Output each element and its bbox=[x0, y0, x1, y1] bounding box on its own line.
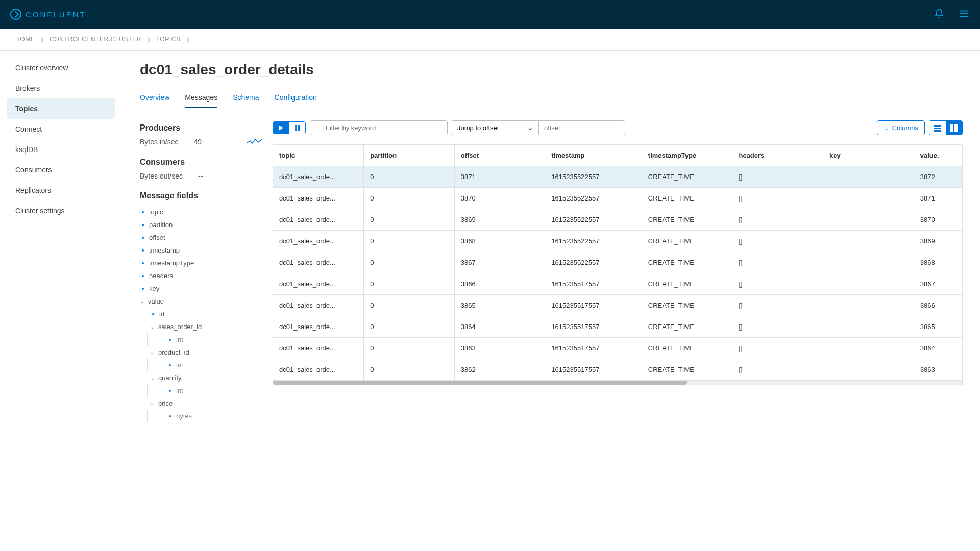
cell-timestampType: CREATE_TIME bbox=[642, 231, 732, 252]
table-row[interactable]: dc01_sales_orde...038661615235517557CREA… bbox=[273, 273, 962, 295]
table-row[interactable]: dc01_sales_orde...038691615235522557CREA… bbox=[273, 209, 962, 231]
field-item[interactable]: partition bbox=[140, 218, 273, 231]
producers-title: Producers bbox=[140, 123, 273, 133]
confluent-logo-icon bbox=[10, 9, 21, 20]
cell-offset: 3869 bbox=[454, 209, 545, 231]
fields-title: Message fields bbox=[140, 191, 273, 201]
offset-input[interactable] bbox=[538, 120, 625, 135]
breadcrumb-item[interactable]: CONTROLCENTER.CLUSTER bbox=[50, 36, 141, 43]
cell-topic: dc01_sales_orde... bbox=[273, 359, 364, 381]
field-item[interactable]: id bbox=[140, 308, 273, 320]
cell-timestamp: 1615235522557 bbox=[545, 252, 642, 273]
field-type: int bbox=[147, 384, 273, 397]
field-item[interactable]: headers bbox=[140, 269, 273, 282]
tab-overview[interactable]: Overview bbox=[140, 88, 169, 108]
cell-partition: 0 bbox=[364, 338, 455, 359]
field-item[interactable]: key bbox=[140, 282, 273, 295]
svg-rect-11 bbox=[950, 124, 953, 132]
chevron-right-icon: ❯ bbox=[186, 37, 190, 42]
cell-value: 3872 bbox=[914, 166, 962, 188]
jump-select[interactable]: Jump to offset bbox=[452, 120, 538, 135]
column-header[interactable]: topic bbox=[273, 145, 364, 166]
breadcrumb: HOME❯ CONTROLCENTER.CLUSTER❯ TOPICS❯ bbox=[0, 29, 980, 51]
table-row[interactable]: dc01_sales_orde...038681615235522557CREA… bbox=[273, 231, 962, 252]
column-header[interactable]: timestamp bbox=[545, 145, 642, 166]
view-list-button[interactable] bbox=[929, 121, 946, 135]
chevron-right-icon: ❯ bbox=[146, 37, 151, 42]
menu-icon[interactable] bbox=[959, 8, 970, 21]
view-split-button[interactable] bbox=[946, 121, 962, 135]
table-row[interactable]: dc01_sales_orde...038651615235517557CREA… bbox=[273, 295, 962, 316]
cell-timestamp: 1615235522557 bbox=[545, 209, 642, 231]
cell-headers: [] bbox=[732, 338, 823, 359]
cell-key bbox=[823, 231, 914, 252]
horizontal-scrollbar[interactable] bbox=[273, 381, 962, 385]
column-header[interactable]: timestampType bbox=[642, 145, 732, 166]
filter-input[interactable] bbox=[310, 120, 448, 135]
cell-topic: dc01_sales_orde... bbox=[273, 273, 364, 295]
column-header[interactable]: headers bbox=[732, 145, 823, 166]
cell-key bbox=[823, 273, 914, 295]
tab-schema[interactable]: Schema bbox=[233, 88, 259, 108]
cell-offset: 3871 bbox=[454, 166, 545, 188]
sparkline-icon bbox=[247, 138, 262, 146]
column-header[interactable]: value. bbox=[914, 145, 962, 166]
table-row[interactable]: dc01_sales_orde...038641615235517557CREA… bbox=[273, 316, 962, 338]
main-content: dc01_sales_order_details OverviewMessage… bbox=[122, 51, 980, 548]
sidebar-item-cluster-settings[interactable]: Cluster settings bbox=[0, 201, 122, 221]
column-header[interactable]: key bbox=[823, 145, 914, 166]
table-row[interactable]: dc01_sales_orde...038701615235522557CREA… bbox=[273, 188, 962, 209]
chevron-down-icon: ⌄ bbox=[140, 298, 144, 304]
field-item[interactable]: ⌄value bbox=[140, 295, 273, 308]
breadcrumb-item[interactable]: TOPICS bbox=[156, 36, 181, 43]
field-item[interactable]: ⌄price bbox=[140, 397, 273, 410]
sidebar-item-cluster-overview[interactable]: Cluster overview bbox=[0, 58, 122, 78]
breadcrumb-item[interactable]: HOME bbox=[15, 36, 35, 43]
field-item[interactable]: offset bbox=[140, 231, 273, 244]
chevron-down-icon: ⌄ bbox=[150, 375, 154, 381]
cell-value: 3868 bbox=[914, 252, 962, 273]
bell-icon[interactable] bbox=[934, 9, 944, 20]
cell-headers: [] bbox=[732, 209, 823, 231]
cell-headers: [] bbox=[732, 273, 823, 295]
sidebar-item-topics[interactable]: Topics bbox=[7, 98, 115, 119]
sidebar-item-consumers[interactable]: Consumers bbox=[0, 160, 122, 180]
cell-partition: 0 bbox=[364, 209, 455, 231]
field-type: int bbox=[147, 359, 273, 371]
chevron-down-icon: ⌄ bbox=[150, 349, 154, 355]
table-row[interactable]: dc01_sales_orde...038711615235522557CREA… bbox=[273, 166, 962, 188]
columns-button[interactable]: ⌄ Columns bbox=[877, 120, 925, 135]
column-header[interactable]: partition bbox=[364, 145, 455, 166]
column-header[interactable]: offset bbox=[454, 145, 545, 166]
field-item[interactable]: topic bbox=[140, 206, 273, 218]
cell-partition: 0 bbox=[364, 316, 455, 338]
sidebar: Cluster overviewBrokersTopicsConnectksql… bbox=[0, 51, 122, 548]
field-item[interactable]: timestamp bbox=[140, 244, 273, 257]
cell-timestamp: 1615235517557 bbox=[545, 359, 642, 381]
brand-label: CONFLUENT bbox=[26, 10, 86, 19]
field-item[interactable]: ⌄quantity bbox=[140, 371, 273, 384]
pause-button[interactable] bbox=[289, 122, 305, 134]
table-row[interactable]: dc01_sales_orde...038671615235522557CREA… bbox=[273, 252, 962, 273]
tab-messages[interactable]: Messages bbox=[185, 88, 217, 108]
sidebar-item-ksqldb[interactable]: ksqlDB bbox=[0, 139, 122, 160]
play-button[interactable] bbox=[273, 122, 289, 134]
sidebar-item-connect[interactable]: Connect bbox=[0, 119, 122, 139]
cell-timestamp: 1615235522557 bbox=[545, 188, 642, 209]
table-row[interactable]: dc01_sales_orde...038631615235517557CREA… bbox=[273, 338, 962, 359]
field-item[interactable]: timestampType bbox=[140, 257, 273, 269]
tab-configuration[interactable]: Configuration bbox=[275, 88, 317, 108]
cell-value: 3869 bbox=[914, 231, 962, 252]
field-item[interactable]: ⌄product_id bbox=[140, 346, 273, 359]
sidebar-item-replicators[interactable]: Replicators bbox=[0, 180, 122, 201]
field-item[interactable]: ⌄sales_order_id bbox=[140, 320, 273, 333]
table-row[interactable]: dc01_sales_orde...038621615235517557CREA… bbox=[273, 359, 962, 381]
cell-partition: 0 bbox=[364, 252, 455, 273]
brand[interactable]: CONFLUENT bbox=[10, 9, 86, 20]
messages-table-wrap: topicpartitionoffsettimestamptimestampTy… bbox=[273, 144, 963, 385]
cell-timestampType: CREATE_TIME bbox=[642, 316, 732, 338]
cell-timestampType: CREATE_TIME bbox=[642, 166, 732, 188]
sidebar-item-brokers[interactable]: Brokers bbox=[0, 78, 122, 98]
cell-topic: dc01_sales_orde... bbox=[273, 316, 364, 338]
cell-value: 3871 bbox=[914, 188, 962, 209]
